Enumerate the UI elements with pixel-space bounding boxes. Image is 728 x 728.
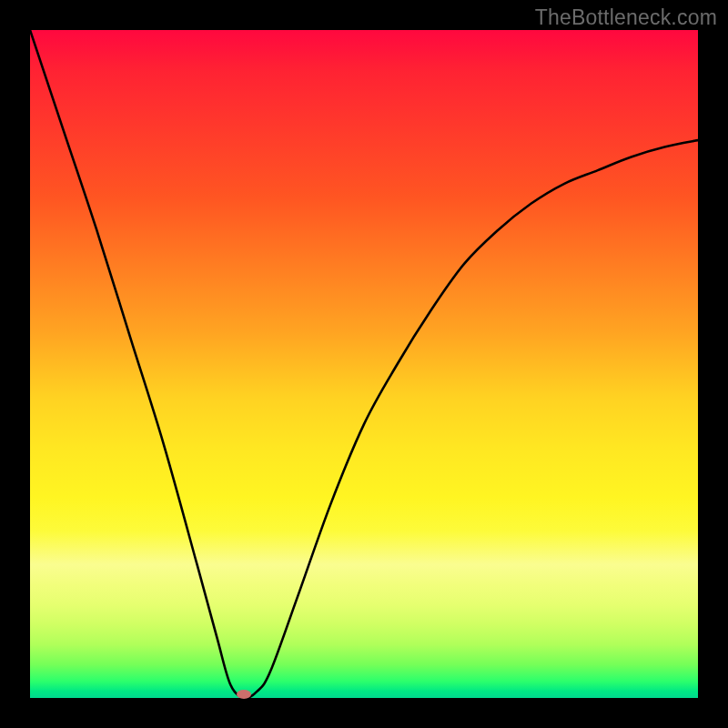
bottleneck-curve	[30, 30, 698, 698]
minimum-marker	[237, 690, 251, 699]
chart-frame: TheBottleneck.com	[0, 0, 728, 728]
curve-svg	[30, 30, 698, 698]
watermark-text: TheBottleneck.com	[535, 5, 717, 30]
plot-area	[30, 30, 698, 698]
